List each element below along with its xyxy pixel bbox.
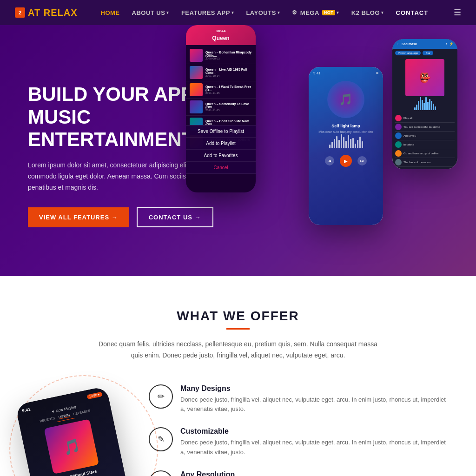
nav-item-features[interactable]: FEATURES APP ▾ — [177, 7, 238, 19]
chevron-down-icon: ▾ — [337, 10, 339, 15]
context-menu: Save Offline to Playlist Add to Playlist… — [186, 125, 256, 174]
side-track-2: You are as beautiful as spring — [395, 123, 455, 132]
navbar: 2 AT RELAX HOME ABOUT US ▾ FEATURES APP … — [0, 0, 476, 25]
offer-album-art: 🎵 — [44, 419, 99, 474]
section-divider — [226, 328, 250, 330]
center-phone: 10:44 Queen Queen – Bohemian Rhapsody (O… — [186, 25, 256, 192]
feature-title-any-resolution: Any Resolution — [180, 470, 371, 476]
hero-buttons: VIEW ALL FEATURES → CONTACT US → — [28, 207, 251, 227]
track-row-2: Queen – Live AID 1985 Full Conc... 2021-… — [186, 64, 256, 81]
hero-section: BUILD YOUR APP MUSIC ENTERTAINMENT Lorem… — [0, 25, 476, 276]
side-phone-screen: ← Sad mask ♪ ⚡ Power language Blur 👺 — [392, 39, 457, 169]
side-track-1: Play all — [395, 114, 455, 123]
chevron-down-icon: ▾ — [381, 10, 384, 15]
nav-item-about[interactable]: ABOUT US ▾ — [127, 7, 174, 19]
feature-many-designs: ✏ Many Designs Donec pede justo, fringil… — [149, 384, 448, 415]
track-thumb — [190, 83, 203, 96]
player-track-title: Self light lamp — [309, 122, 383, 130]
center-phone-header: 10:44 Queen — [186, 25, 256, 45]
nav-item-contact[interactable]: CONTACT — [391, 7, 433, 19]
side-track-4: be alone — [395, 140, 455, 149]
section-title: WHAT WE OFFER — [28, 309, 448, 324]
section-description: Donec quam felis, ultricies necclass, pe… — [99, 339, 377, 361]
feature-customizable: ✎ Customizable Donec pede justo, fringil… — [149, 427, 448, 457]
track-thumb — [190, 66, 203, 79]
next-button[interactable]: ⏭ — [357, 156, 367, 165]
side-phone-header: ← Sad mask ♪ ⚡ — [392, 39, 457, 49]
logo[interactable]: 2 AT RELAX — [15, 7, 78, 18]
chevron-down-icon: ▾ — [278, 10, 280, 15]
track-info: Queen – Live AID 1985 Full Conc... 2021-… — [205, 68, 252, 77]
context-cancel[interactable]: Cancel — [186, 162, 256, 174]
play-button[interactable]: ▶ — [340, 155, 352, 167]
logo-text: AT RELAX — [28, 7, 78, 18]
track-row-1: Queen – Bohemian Rhapsody (Offic... 2020… — [186, 47, 256, 64]
side-track-list: Play all You are as beautiful as spring … — [392, 112, 457, 169]
track-thumb — [190, 49, 203, 62]
hot-badge: HOT — [322, 10, 336, 15]
hamburger-menu-icon[interactable]: ☰ — [454, 7, 461, 18]
track-row-3: Queen – I Want To Break Free (O... 2021-… — [186, 81, 256, 99]
center-phone-artist: Queen — [212, 35, 229, 41]
logo-icon: 2 — [15, 7, 25, 18]
context-add-playlist[interactable]: Add to Playlist — [186, 138, 256, 150]
player-controls: ⏮ ▶ ⏭ — [309, 152, 383, 170]
player-time: 9:41 — [313, 71, 321, 75]
view-all-features-button[interactable]: VIEW ALL FEATURES → — [28, 207, 129, 227]
offer-features: ✏ Many Designs Donec pede justo, fringil… — [149, 384, 448, 476]
album-art: 🎵 — [327, 81, 364, 118]
feature-any-resolution: ⊙ Any Resolution Donec pede justo, fring… — [149, 470, 448, 476]
side-phone-title: Sad mask — [402, 42, 443, 46]
hero-phones: 9:41 ≡ 🎵 Self light lamp Mks dear auto h… — [309, 39, 457, 225]
chevron-down-icon: ▾ — [231, 10, 234, 15]
feature-title-customizable: Customizable — [180, 427, 448, 436]
track-info: Queen – Somebody To Love (Offi... 2021-1… — [205, 102, 252, 112]
waveform — [309, 133, 383, 152]
main-phone: 9:41 ≡ 🎵 Self light lamp Mks dear auto h… — [309, 67, 383, 225]
player-header: 9:41 ≡ — [309, 67, 383, 77]
side-album-art: 👺 — [405, 59, 444, 96]
main-phone-screen: 9:41 ≡ 🎵 Self light lamp Mks dear auto h… — [309, 67, 383, 225]
nav-links: HOME ABOUT US ▾ FEATURES APP ▾ LAYOUTS ▾… — [96, 7, 454, 19]
side-phone: ← Sad mask ♪ ⚡ Power language Blur 👺 — [392, 39, 457, 169]
context-save[interactable]: Save Offline to Playlist — [186, 126, 256, 138]
track-info: Queen – Bohemian Rhapsody (Offic... 2020… — [205, 51, 252, 60]
chevron-down-icon: ▾ — [166, 10, 169, 15]
center-phone-time: 10:44 — [216, 29, 225, 33]
nav-item-layouts[interactable]: LAYOUTS ▾ — [241, 7, 284, 19]
blur-button[interactable]: Blur — [423, 51, 433, 55]
nav-item-home[interactable]: HOME — [96, 7, 125, 19]
context-add-favorites[interactable]: Add to Favorites — [186, 150, 256, 162]
contact-us-button[interactable]: CONTACT US → — [137, 207, 213, 227]
player-track-subtitle: Mks dear auto haqumy conductor deo — [309, 130, 383, 133]
side-track-3: About you — [395, 132, 455, 140]
side-track-6: The back of the moon — [395, 158, 455, 167]
nav-item-k2blog[interactable]: K2 BLOG ▾ — [347, 7, 389, 19]
offer-content: 9:41 13:50 ▸ ▼ Now Playing RECENTS LISTE… — [28, 384, 448, 476]
feature-desc-many-designs: Donec pede justo, fringilla vel, aliquet… — [180, 395, 448, 415]
side-track-5: Go and have a cup of coffee — [395, 149, 455, 158]
track-row-4: Queen – Somebody To Love (Offi... 2021-1… — [186, 99, 256, 116]
offer-section: WHAT WE OFFER Donec quam felis, ultricie… — [0, 276, 476, 476]
power-language-button[interactable]: Power language — [395, 51, 421, 55]
many-designs-icon: ✏ — [149, 384, 173, 409]
track-thumb — [190, 100, 203, 113]
prev-button[interactable]: ⏮ — [325, 156, 334, 165]
feature-title-many-designs: Many Designs — [180, 384, 448, 393]
side-waveform — [392, 98, 457, 112]
track-info: Queen – I Want To Break Free (O... 2021-… — [205, 85, 252, 94]
offer-phone-container: 9:41 13:50 ▸ ▼ Now Playing RECENTS LISTE… — [28, 384, 130, 476]
nav-item-mega[interactable]: ⚙ MEGA HOT ▾ — [287, 7, 344, 19]
feature-desc-customizable: Donec pede justo, fringilla vel, aliquet… — [180, 438, 448, 457]
